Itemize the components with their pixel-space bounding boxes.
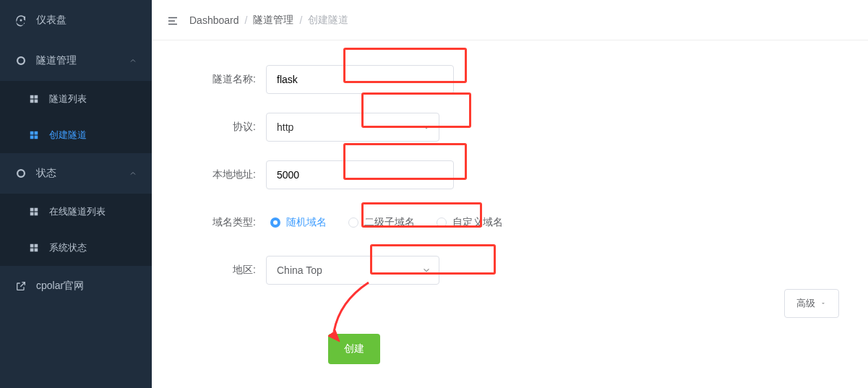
svg-rect-8 — [35, 136, 38, 139]
radio-dot-icon — [437, 217, 447, 228]
grid-icon — [29, 207, 39, 217]
svg-rect-7 — [30, 136, 34, 139]
svg-rect-5 — [30, 132, 34, 135]
sidebar-item-system-status[interactable]: 系统状态 — [0, 230, 152, 266]
sidebar-item-label: 隧道管理 — [36, 54, 129, 67]
protocol-select[interactable]: http — [266, 113, 439, 142]
sidebar-item-status[interactable]: 状态 — [0, 153, 152, 194]
ring-icon — [14, 54, 27, 67]
collapse-menu-icon[interactable] — [166, 14, 179, 26]
create-label: 创建 — [344, 342, 364, 354]
sidebar-item-dashboard[interactable]: 仪表盘 — [0, 0, 152, 40]
create-button[interactable]: 创建 — [328, 334, 380, 364]
svg-rect-1 — [30, 95, 34, 99]
sidebar-item-label: 仪表盘 — [36, 14, 137, 27]
svg-rect-6 — [35, 132, 38, 135]
svg-rect-2 — [35, 95, 38, 99]
tunnel-name-input[interactable] — [266, 65, 454, 94]
sidebar-item-online-tunnels[interactable]: 在线隧道列表 — [0, 194, 152, 230]
triangle-down-icon — [820, 301, 827, 306]
local-address-label: 本地地址: — [181, 168, 266, 181]
breadcrumb-sep: / — [299, 14, 302, 26]
radio-label: 自定义域名 — [452, 216, 503, 229]
chevron-up-icon — [129, 56, 137, 65]
chevron-down-icon — [421, 122, 431, 132]
region-label: 地区: — [181, 264, 266, 277]
svg-rect-15 — [30, 249, 34, 252]
radio-dot-icon — [270, 217, 280, 228]
sidebar-item-cpolar-site[interactable]: cpolar官网 — [0, 266, 152, 306]
region-select[interactable]: China Top — [266, 256, 439, 285]
grid-icon — [29, 130, 39, 140]
topbar: Dashboard / 隧道管理 / 创建隧道 — [152, 0, 868, 40]
svg-point-0 — [20, 20, 22, 22]
svg-rect-10 — [35, 208, 38, 212]
sidebar-item-label: 创建隧道 — [49, 129, 137, 142]
sidebar-item-label: 在线隧道列表 — [49, 205, 137, 218]
svg-rect-14 — [35, 244, 38, 248]
sidebar: 仪表盘 隧道管理 隧道列表 创建隧道 — [0, 0, 152, 388]
sidebar-item-tunnel-list[interactable]: 隧道列表 — [0, 81, 152, 117]
svg-rect-3 — [30, 100, 34, 103]
breadcrumb-item[interactable]: 隧道管理 — [253, 14, 293, 27]
svg-rect-4 — [35, 100, 38, 103]
chevron-up-icon — [129, 169, 137, 178]
sidebar-item-label: 隧道列表 — [49, 92, 137, 105]
breadcrumb-item[interactable]: Dashboard — [189, 14, 239, 26]
external-link-icon — [14, 280, 27, 293]
domain-type-random[interactable]: 随机域名 — [270, 216, 327, 229]
sidebar-item-label: cpolar官网 — [36, 280, 137, 293]
svg-rect-16 — [35, 249, 38, 252]
sidebar-item-tunnel-manage[interactable]: 隧道管理 — [0, 40, 152, 81]
advanced-button[interactable]: 高级 — [784, 289, 839, 318]
protocol-label: 协议: — [181, 121, 266, 134]
domain-type-custom[interactable]: 自定义域名 — [437, 216, 503, 229]
main: Dashboard / 隧道管理 / 创建隧道 隧道名称: 协议: http — [152, 0, 868, 388]
domain-type-radio-group: 随机域名 二级子域名 自定义域名 — [266, 216, 503, 229]
breadcrumb: Dashboard / 隧道管理 / 创建隧道 — [189, 14, 348, 27]
create-tunnel-form: 隧道名称: 协议: http 本地地址: — [152, 40, 868, 318]
radio-label: 随机域名 — [286, 216, 327, 229]
grid-icon — [29, 94, 39, 104]
local-address-input[interactable] — [266, 160, 454, 189]
grid-icon — [29, 243, 39, 253]
protocol-value: http — [277, 121, 421, 133]
svg-rect-13 — [30, 244, 34, 248]
tunnel-name-label: 隧道名称: — [181, 73, 266, 86]
radio-label: 二级子域名 — [364, 216, 415, 229]
breadcrumb-current: 创建隧道 — [308, 14, 348, 27]
ring-icon — [14, 167, 27, 180]
svg-rect-11 — [30, 212, 34, 216]
domain-type-label: 域名类型: — [181, 216, 266, 229]
domain-type-subdomain[interactable]: 二级子域名 — [348, 216, 415, 229]
chevron-down-icon — [421, 265, 431, 275]
radio-dot-icon — [348, 217, 358, 228]
breadcrumb-sep: / — [245, 14, 248, 26]
region-value: China Top — [277, 264, 421, 276]
gauge-icon — [14, 14, 27, 27]
sidebar-item-label: 状态 — [36, 167, 129, 180]
svg-rect-12 — [35, 212, 38, 216]
svg-rect-9 — [30, 208, 34, 212]
advanced-label: 高级 — [796, 297, 815, 310]
sidebar-item-create-tunnel[interactable]: 创建隧道 — [0, 117, 152, 153]
sidebar-item-label: 系统状态 — [49, 241, 137, 254]
